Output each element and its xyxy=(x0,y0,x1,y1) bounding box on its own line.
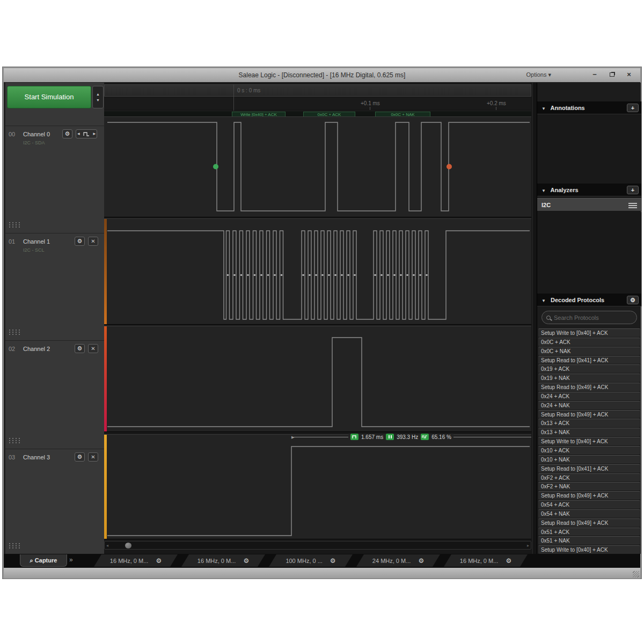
decoded-protocols-header[interactable]: ▼ Decoded Protocols ⚙ xyxy=(537,294,641,306)
drag-handle[interactable] xyxy=(8,543,20,550)
capture-tab[interactable]: ⌕ Capture xyxy=(20,554,67,567)
restore-button[interactable] xyxy=(605,70,619,80)
channel-remove-icon[interactable]: ✕ xyxy=(88,452,98,462)
more-tabs-icon[interactable]: » xyxy=(69,556,73,564)
timeline-ruler[interactable]: +0.1 ms +0.2 ms xyxy=(104,98,531,111)
channel-panel: Start Simulation ▲ ▼ 00 Channel 0 I2C - … xyxy=(5,83,104,554)
channel-settings-gear-icon[interactable]: ⚙ xyxy=(75,237,85,246)
decoded-protocol-row[interactable]: Setup Read to [0x49] + ACK xyxy=(538,491,640,500)
decoded-protocol-row[interactable]: 0x54 + ACK xyxy=(538,500,640,509)
channel-2-waveform[interactable] xyxy=(104,326,531,432)
decoded-protocol-row[interactable]: 0x10 + NAK xyxy=(538,455,640,464)
decoded-protocol-row[interactable]: 0x13 + NAK xyxy=(538,428,640,437)
channel-settings-gear-icon[interactable]: ⚙ xyxy=(75,344,85,353)
annotations-header[interactable]: ▼ Annotations + xyxy=(537,101,641,114)
scrollbar-thumb[interactable] xyxy=(125,543,131,548)
i2c-condition-marker-icon xyxy=(213,164,218,170)
decoded-protocol-row[interactable]: Setup Write to [0x40] + ACK xyxy=(538,437,640,446)
trigger-left-icon: ◀ xyxy=(77,130,80,138)
decoded-protocol-row[interactable]: 0x51 + ACK xyxy=(538,528,640,537)
channel-remove-icon[interactable]: ✕ xyxy=(88,344,98,353)
device-settings-gear-icon[interactable]: ⚙ xyxy=(506,557,511,565)
channel-label: Channel 3 xyxy=(23,454,50,460)
timeline-ruler-top[interactable]: 0 s : 0 ms xyxy=(104,84,531,97)
decoded-protocol-row[interactable]: 0x19 + NAK xyxy=(538,374,640,383)
decoded-protocols-gear-icon[interactable]: ⚙ xyxy=(627,296,639,304)
decoded-protocol-row[interactable]: 0xF2 + ACK xyxy=(538,473,640,482)
search-protocols-input[interactable]: Search Protocols xyxy=(541,311,637,324)
channel-subtitle: I2C - SCL xyxy=(23,247,45,253)
decoded-protocol-row[interactable]: 0x13 + ACK xyxy=(538,419,640,428)
restore-icon xyxy=(610,72,614,77)
scroll-left-icon[interactable]: ◂ xyxy=(106,543,108,548)
timeline-origin-label: 0 s : 0 ms xyxy=(237,87,260,93)
timeline-tick-label: +0.1 ms xyxy=(361,100,380,106)
channel-3-waveform[interactable]: ▶ 1.657 ms 393.3 Hz 65.16 % xyxy=(104,434,531,539)
device-settings-gear-icon[interactable]: ⚙ xyxy=(330,557,336,565)
device-settings-gear-icon[interactable]: ⚙ xyxy=(243,557,249,565)
channel-settings-gear-icon[interactable]: ⚙ xyxy=(62,129,72,138)
annotations-title: Annotations xyxy=(551,105,585,111)
device-tab[interactable]: 24 MHz, 0 M...⚙ xyxy=(356,554,440,567)
decoded-protocol-row[interactable]: 0x51 + NAK xyxy=(538,536,640,545)
add-analyzer-button[interactable]: + xyxy=(627,186,639,194)
channel-label: Channel 2 xyxy=(23,346,50,352)
device-settings-gear-icon[interactable]: ⚙ xyxy=(418,557,424,565)
decoded-protocol-row[interactable]: 0x54 + NAK xyxy=(538,509,640,518)
minimize-button[interactable]: − xyxy=(588,70,602,80)
decoded-protocol-row[interactable]: Setup Write to [0x40] + ACK xyxy=(538,545,640,554)
spinner-up-icon: ▲ xyxy=(96,92,100,96)
close-button[interactable]: × xyxy=(622,70,636,80)
decoded-protocols-title: Decoded Protocols xyxy=(551,297,604,303)
analyzer-menu-icon[interactable] xyxy=(628,203,637,208)
decoded-protocol-row[interactable]: Setup Read to [0x49] + ACK xyxy=(538,383,640,392)
add-annotation-button[interactable]: + xyxy=(627,104,639,112)
device-tab[interactable]: 16 MHz, 0 M...⚙ xyxy=(181,554,265,567)
decoded-protocol-row[interactable]: 0x19 + ACK xyxy=(538,364,640,374)
device-settings-gear-icon[interactable]: ⚙ xyxy=(156,557,162,565)
drag-handle[interactable] xyxy=(8,437,20,444)
analyzers-body xyxy=(537,212,641,294)
bottom-bar: ⌕ Capture » 16 MHz, 0 M...⚙16 MHz, 0 M..… xyxy=(4,554,640,568)
decoded-protocol-row[interactable]: 0x10 + ACK xyxy=(538,446,640,455)
search-placeholder: Search Protocols xyxy=(554,314,599,321)
waveform-area: 0 s : 0 ms +0.1 ms +0.2 ms Write [0x40] … xyxy=(104,83,532,554)
waveform-trace xyxy=(104,435,531,540)
decoded-protocol-row[interactable]: 0x24 + NAK xyxy=(538,401,640,410)
tick-mark xyxy=(370,107,370,110)
decoded-protocol-row[interactable]: Setup Write to [0x40] + ACK xyxy=(538,328,640,338)
decoded-protocol-row[interactable]: Setup Read to [0x41] + ACK xyxy=(538,464,640,473)
decoded-protocol-row[interactable]: Setup Read to [0x49] + ACK xyxy=(538,518,640,528)
tick-mark xyxy=(496,107,496,110)
trigger-buttons[interactable]: ◀ ▶ xyxy=(76,129,97,138)
waveform-trace xyxy=(104,326,531,433)
device-tab[interactable]: 100 MHz, 0 ...⚙ xyxy=(269,554,353,567)
start-simulation-button[interactable]: Start Simulation xyxy=(7,86,91,108)
decoded-protocol-row[interactable]: 0x0C + NAK xyxy=(538,347,640,356)
channel-1-header: 01 Channel 1 I2C - SCL ⚙ ✕ xyxy=(5,233,104,340)
drag-handle[interactable] xyxy=(8,222,20,229)
analyzer-item-i2c[interactable]: I2C xyxy=(537,198,641,211)
channel-1-waveform[interactable] xyxy=(104,218,531,325)
vertical-scrollbar[interactable] xyxy=(532,83,537,554)
status-bar xyxy=(4,568,640,579)
device-tab[interactable]: 16 MHz, 0 M...⚙ xyxy=(444,554,528,567)
resize-grip[interactable] xyxy=(633,571,639,577)
decoded-protocol-row[interactable]: Setup Read to [0x49] + ACK xyxy=(538,410,640,419)
decoded-protocol-row[interactable]: Setup Read to [0x41] + ACK xyxy=(538,356,640,365)
drag-handle[interactable] xyxy=(8,329,20,336)
decoded-protocol-row[interactable]: 0x0C + ACK xyxy=(538,338,640,347)
analyzers-header[interactable]: ▼ Analyzers + xyxy=(537,184,641,196)
device-tab[interactable]: 16 MHz, 0 M...⚙ xyxy=(94,554,178,567)
capture-label: Capture xyxy=(35,557,57,564)
decoded-protocol-row[interactable]: 0x24 + ACK xyxy=(538,392,640,401)
channel-0-waveform[interactable] xyxy=(104,116,531,217)
channel-settings-gear-icon[interactable]: ⚙ xyxy=(75,452,85,462)
channel-remove-icon[interactable]: ✕ xyxy=(88,237,98,246)
capture-options-spinner[interactable]: ▲ ▼ xyxy=(92,86,104,108)
scroll-right-icon[interactable]: ▸ xyxy=(527,543,529,548)
horizontal-scrollbar[interactable]: ◂ ▸ xyxy=(104,541,531,550)
trigger-right-icon: ▶ xyxy=(93,130,96,138)
decoded-protocol-row[interactable]: 0xF2 + NAK xyxy=(538,482,640,491)
options-menu[interactable]: Options ▾ xyxy=(523,70,555,79)
